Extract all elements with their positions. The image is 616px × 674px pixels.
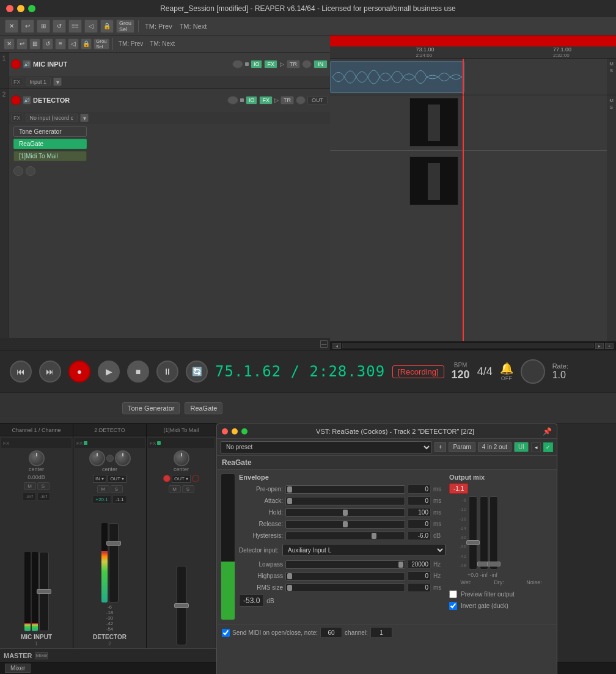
toolbar-btn-group[interactable]: GrouSel (116, 20, 134, 33)
release-thumb[interactable] (343, 521, 348, 527)
toolbar2-btn2[interactable]: ↩ (16, 38, 28, 49)
ch1-solo-btn[interactable]: S (37, 482, 50, 490)
track2-routing-btn[interactable]: OUT (307, 96, 328, 104)
plugin-minimize-btn[interactable] (232, 428, 238, 434)
ch3-mute-btn[interactable]: M (169, 485, 181, 493)
ch2-pan-knob-r[interactable] (115, 450, 131, 466)
ch-name-2[interactable]: 2:DETECTO (73, 424, 147, 436)
ch3-fader-knob[interactable] (174, 603, 189, 608)
play-btn[interactable]: ▶ (98, 361, 120, 383)
toolbar2-btn4[interactable]: ↺ (42, 38, 53, 49)
preview-filter-checkbox[interactable] (449, 590, 457, 598)
plugin-check-btn[interactable]: ✓ (543, 442, 553, 452)
release-slider[interactable] (285, 520, 405, 529)
toolbar-btn-lock[interactable]: 🔒 (100, 20, 114, 33)
track1-fx-select[interactable]: Input 1 (26, 78, 51, 86)
lowpass-thumb[interactable] (398, 562, 403, 568)
wet-fader[interactable] (469, 496, 477, 570)
hold-slider[interactable] (285, 508, 405, 517)
tone-gen-label[interactable]: Tone Generator (122, 402, 180, 414)
toolbar2-btn3[interactable]: ⊞ (29, 38, 40, 49)
wet-fader-handle[interactable] (466, 540, 480, 545)
ch2-link-btn[interactable] (106, 455, 114, 462)
ch-name-3[interactable]: [1]Midi To Mail (147, 424, 216, 436)
toolbar-btn-5[interactable]: ≡≡ (68, 20, 82, 33)
plugin-close-btn[interactable] (222, 428, 228, 434)
track2-tr-btn[interactable]: TR (280, 96, 294, 104)
plugin-add-preset-btn[interactable]: + (435, 442, 447, 452)
ch3-pan-knob[interactable] (174, 450, 189, 466)
ch1-fader[interactable] (39, 552, 49, 631)
ch2-io-in[interactable]: IN ▾ (93, 475, 106, 483)
ch2-pan-knob-l[interactable] (89, 450, 105, 466)
detector-input-select[interactable]: Auxiliary Input L (282, 544, 446, 556)
reagate-label[interactable]: ReaGate (185, 402, 222, 414)
loop-btn[interactable]: 🔄 (186, 361, 208, 383)
toolbar2-btn5[interactable]: ≡ (55, 38, 66, 49)
toolbar2-btn6[interactable]: ◁ (68, 38, 79, 49)
plugin-routing-btn[interactable]: 4 in 2 out (478, 442, 512, 452)
track2-io-btn[interactable]: IO (246, 96, 258, 104)
pause-btn[interactable]: ⏸ (156, 361, 178, 383)
plugin-ui-btn[interactable]: UI (514, 442, 529, 452)
toolbar-btn-6[interactable]: ◁ (84, 20, 98, 33)
time-sig[interactable]: 4/4 (477, 365, 493, 378)
plugin-maximize-btn[interactable] (241, 428, 248, 434)
send-midi-note[interactable] (320, 627, 342, 638)
ch2-fader-knob[interactable] (106, 541, 121, 546)
toolbar-btn-2[interactable]: ↩ (21, 20, 34, 33)
track1-knob[interactable] (302, 60, 312, 68)
mixer-status-btn[interactable]: Mixer (5, 664, 31, 673)
track1-routing-btn[interactable]: IN (314, 60, 328, 68)
noise-fader[interactable] (490, 496, 498, 570)
track1-tr-btn[interactable]: TR (287, 60, 300, 68)
hysteresis-thumb[interactable] (372, 533, 376, 539)
track2-plugin-reagate[interactable]: ReaGate (13, 139, 87, 149)
master-volume-knob[interactable] (521, 359, 545, 384)
rms-size-slider[interactable] (285, 584, 405, 592)
ch3-io-out[interactable]: OUT ▾ (172, 475, 191, 483)
toolbar2-group[interactable]: GrouSel (94, 38, 109, 49)
hysteresis-slider[interactable] (285, 532, 405, 540)
pre-open-slider[interactable] (285, 485, 405, 494)
track2-plugin-tone[interactable]: Tone Generator (13, 126, 87, 137)
track1-mute-icon[interactable]: 🔊 (23, 60, 31, 68)
go-to-start-btn[interactable]: ⏮ (10, 361, 32, 383)
ch1-fader-knob[interactable] (37, 589, 51, 594)
ch2-solo-btn[interactable]: S (111, 485, 123, 493)
track2-collapse-2[interactable] (26, 166, 35, 176)
ch2-io-out[interactable]: OUT ▾ (108, 475, 127, 483)
track2-fx-select[interactable]: No input (record c (26, 114, 78, 122)
track1-settings-btn[interactable] (232, 60, 243, 68)
ch2-fader[interactable] (109, 523, 119, 603)
track2-fx-dropdown[interactable]: ▾ (80, 114, 89, 122)
plugin-preset-select[interactable]: No preset (221, 441, 432, 453)
timeline-expand-btn[interactable]: + (605, 343, 614, 349)
track1-record-btn[interactable] (11, 59, 21, 69)
track1-fx-dropdown[interactable]: ▾ (53, 78, 62, 86)
toolbar-btn-3[interactable]: ⊞ (37, 20, 50, 33)
track2-record-btn[interactable] (11, 95, 21, 105)
track2-plugin-midi[interactable]: [1]Midi To Mail (13, 151, 87, 161)
track2-collapse-1[interactable] (13, 166, 23, 176)
minimize-button[interactable] (17, 5, 24, 12)
rms-size-thumb[interactable] (287, 585, 292, 591)
maximize-button[interactable] (28, 5, 35, 12)
send-midi-checkbox[interactable] (222, 629, 230, 637)
ch1-pan-knob[interactable] (29, 450, 45, 466)
highpass-slider[interactable] (285, 572, 405, 581)
close-button[interactable] (6, 5, 13, 12)
highpass-thumb[interactable] (287, 573, 292, 579)
noise-fader-handle[interactable] (487, 562, 501, 566)
dry-fader[interactable] (480, 496, 488, 570)
stop-btn[interactable]: ■ (127, 361, 149, 383)
bpm-value[interactable]: 120 (452, 368, 470, 381)
track1-io-btn[interactable]: IO (251, 60, 263, 68)
track-collapse-btn[interactable]: — (320, 340, 328, 348)
toolbar2-btn1[interactable]: ✕ (4, 38, 15, 49)
attack-slider[interactable] (285, 497, 405, 505)
plugin-pin-btn[interactable]: 📌 (543, 427, 552, 436)
go-to-end-btn[interactable]: ⏭ (39, 361, 61, 383)
ch-name-1[interactable]: Channel 1 / Channe (0, 424, 73, 436)
timeline-right-btn[interactable]: ▸ (595, 343, 604, 349)
